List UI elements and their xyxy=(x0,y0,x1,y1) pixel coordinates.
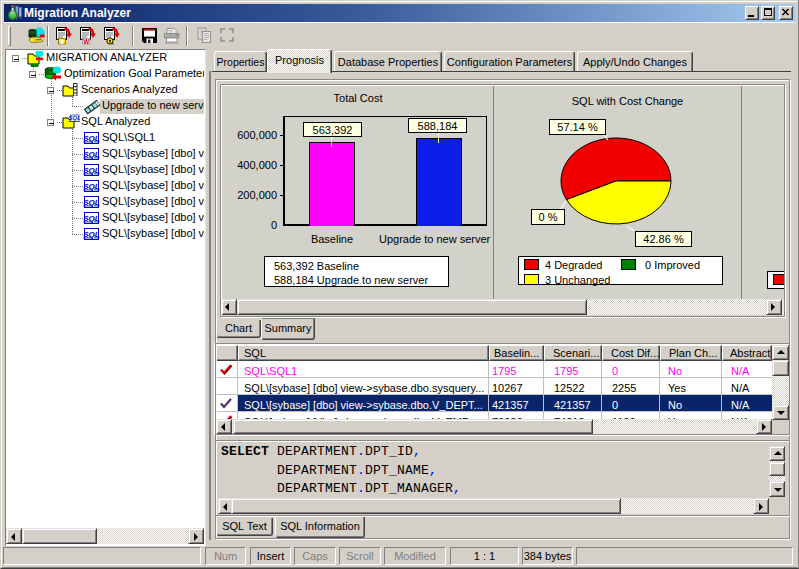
svg-text:SQL: SQL xyxy=(83,150,100,159)
svg-text:SQL: SQL xyxy=(83,134,100,143)
svg-text:SQL: SQL xyxy=(83,182,100,191)
svg-text:SQL: SQL xyxy=(83,198,100,207)
svg-text:SQL: SQL xyxy=(83,214,100,223)
svg-text:SQL: SQL xyxy=(69,115,80,121)
svg-text:SQL: SQL xyxy=(83,166,100,175)
svg-text:W: W xyxy=(83,38,90,45)
svg-text:SQL: SQL xyxy=(83,230,100,239)
